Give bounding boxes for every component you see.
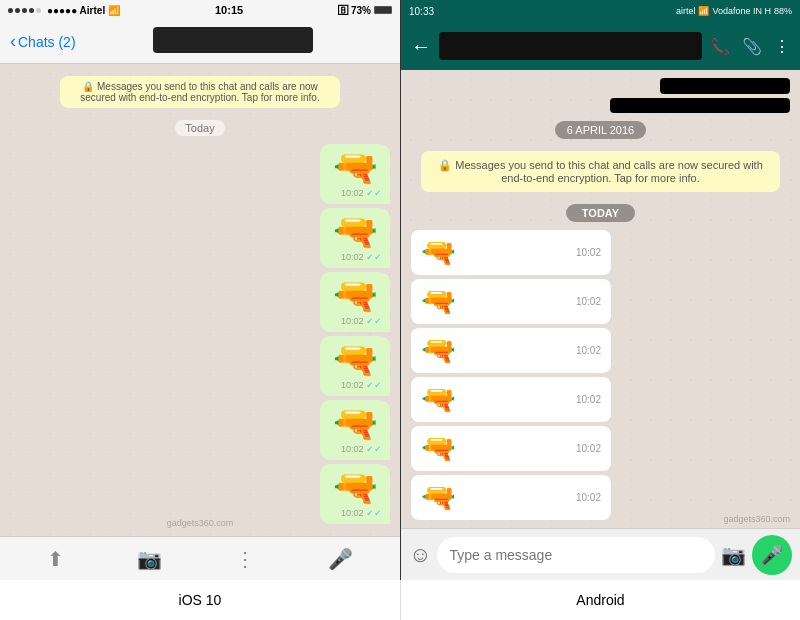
android-battery: 88% — [774, 6, 792, 16]
ios-encryption-notice[interactable]: 🔒 Messages you send to this chat and cal… — [60, 76, 340, 108]
ios-chevron-left-icon: ‹ — [10, 31, 16, 52]
android-watermark: gadgets360.com — [723, 514, 790, 524]
ios-message-5: 🔫 10:02 ✓✓ — [320, 400, 390, 460]
android-gun-emoji-6: 🔫 — [421, 481, 456, 514]
ios-panel: ●●●●● Airtel 📶 10:15 🄱 73% ‹ Chats (2) — [0, 0, 400, 580]
android-time: 10:33 — [409, 6, 434, 17]
android-input-bar: ☺ 📷 🎤 — [401, 528, 800, 580]
ios-wifi-icon: 📶 — [108, 5, 120, 16]
ios-gun-emoji-4: 🔫 — [333, 342, 378, 378]
ios-more-icon[interactable]: ⋮ — [235, 547, 255, 571]
ios-msg-time-3: 10:02 ✓✓ — [341, 316, 382, 326]
ios-bottom-bar: ⬆ 📷 ⋮ 🎤 — [0, 536, 400, 580]
ios-date-label: Today — [175, 120, 224, 136]
android-nav-bar: ← 📞 📎 ⋮ — [401, 22, 800, 70]
android-message-1: 🔫 10:02 — [411, 230, 611, 275]
ios-message-6: 🔫 10:02 ✓✓ — [320, 464, 390, 524]
android-gun-emoji-4: 🔫 — [421, 383, 456, 416]
android-camera-button[interactable]: 📷 — [721, 543, 746, 567]
ios-label: iOS 10 — [0, 580, 400, 620]
android-message-input[interactable] — [437, 537, 715, 573]
android-encryption-notice[interactable]: 🔒 Messages you send to this chat and cal… — [421, 151, 780, 192]
android-attachment-icon[interactable]: 📎 — [742, 37, 762, 56]
android-message-2: 🔫 10:02 — [411, 279, 611, 324]
ios-gun-emoji-6: 🔫 — [333, 470, 378, 506]
ios-message-4: 🔫 10:02 ✓✓ — [320, 336, 390, 396]
ios-msg-time-1: 10:02 ✓✓ — [341, 188, 382, 198]
android-redacted-msg-1 — [660, 78, 790, 94]
android-mic-icon: 🎤 — [761, 544, 783, 566]
ios-camera-icon[interactable]: 📷 — [137, 547, 162, 571]
ios-battery-area: 🄱 73% — [338, 5, 392, 16]
ios-gun-emoji-3: 🔫 — [333, 278, 378, 314]
android-msg-time-2: 10:02 — [576, 296, 601, 307]
ios-back-button[interactable]: ‹ Chats (2) — [10, 31, 76, 52]
ios-bluetooth-icon: 🄱 — [338, 5, 348, 16]
ios-gun-emoji-2: 🔫 — [333, 214, 378, 250]
ios-msg-time-5: 10:02 ✓✓ — [341, 444, 382, 454]
android-message-6: 🔫 10:02 — [411, 475, 611, 520]
android-msg-time-5: 10:02 — [576, 443, 601, 454]
android-msg-time-1: 10:02 — [576, 247, 601, 258]
ios-gun-emoji-5: 🔫 — [333, 406, 378, 442]
android-back-button[interactable]: ← — [411, 35, 431, 58]
ios-back-label[interactable]: Chats (2) — [18, 34, 76, 50]
ios-message-1: 🔫 10:02 ✓✓ — [320, 144, 390, 204]
android-carrier1: airtel — [676, 6, 696, 16]
ios-msg-time-6: 10:02 ✓✓ — [341, 508, 382, 518]
android-signal-icon: 📶 — [698, 6, 709, 16]
android-status-right: airtel 📶 Vodafone IN H 88% — [676, 6, 792, 16]
ios-nav-bar: ‹ Chats (2) — [0, 20, 400, 64]
ios-voice-icon[interactable]: 🎤 — [328, 547, 353, 571]
ios-mic-icon[interactable]: ⬆ — [47, 547, 64, 571]
ios-msg-time-4: 10:02 ✓✓ — [341, 380, 382, 390]
ios-chat-title-redacted — [153, 27, 313, 53]
ios-carrier-label: ●●●●● Airtel — [47, 5, 105, 16]
android-gun-emoji-1: 🔫 — [421, 236, 456, 269]
android-emoji-button[interactable]: ☺ — [409, 542, 431, 568]
android-date-label: 6 APRIL 2016 — [555, 121, 646, 139]
ios-chat-title-area — [76, 27, 390, 57]
ios-msg-time-2: 10:02 ✓✓ — [341, 252, 382, 262]
android-redacted-msg-2 — [610, 98, 790, 114]
android-msg-time-4: 10:02 — [576, 394, 601, 405]
android-message-4: 🔫 10:02 — [411, 377, 611, 422]
android-gun-emoji-3: 🔫 — [421, 334, 456, 367]
android-chat-area: 6 APRIL 2016 🔒 Messages you send to this… — [401, 70, 800, 528]
android-label: Android — [400, 580, 800, 620]
ios-battery-bar — [374, 6, 392, 14]
android-more-icon[interactable]: ⋮ — [774, 37, 790, 56]
android-today-label: TODAY — [566, 204, 635, 222]
android-chat-title-redacted — [439, 32, 702, 60]
ios-watermark: gadgets360.com — [167, 518, 234, 528]
android-gun-emoji-5: 🔫 — [421, 432, 456, 465]
ios-time: 10:15 — [215, 4, 243, 16]
bottom-labels: iOS 10 Android — [0, 580, 800, 620]
android-mic-button[interactable]: 🎤 — [752, 535, 792, 575]
android-msg-time-3: 10:02 — [576, 345, 601, 356]
android-message-3: 🔫 10:02 — [411, 328, 611, 373]
ios-message-2: 🔫 10:02 ✓✓ — [320, 208, 390, 268]
ios-battery-percent: 73% — [351, 5, 371, 16]
ios-message-3: 🔫 10:02 ✓✓ — [320, 272, 390, 332]
android-panel: 10:33 airtel 📶 Vodafone IN H 88% ← 📞 📎 ⋮ — [400, 0, 800, 580]
ios-status-bar: ●●●●● Airtel 📶 10:15 🄱 73% — [0, 0, 400, 20]
android-call-icon[interactable]: 📞 — [710, 37, 730, 56]
ios-carrier: ●●●●● Airtel 📶 — [8, 5, 120, 16]
android-nav-icons: 📞 📎 ⋮ — [710, 37, 790, 56]
android-message-5: 🔫 10:02 — [411, 426, 611, 471]
ios-chat-area: 🔒 Messages you send to this chat and cal… — [0, 64, 400, 536]
ios-message-list: 🔒 Messages you send to this chat and cal… — [0, 64, 400, 536]
ios-gun-emoji-1: 🔫 — [333, 150, 378, 186]
android-status-bar: 10:33 airtel 📶 Vodafone IN H 88% — [401, 0, 800, 22]
android-gun-emoji-2: 🔫 — [421, 285, 456, 318]
android-carrier2: Vodafone IN H — [712, 6, 771, 16]
android-msg-time-6: 10:02 — [576, 492, 601, 503]
